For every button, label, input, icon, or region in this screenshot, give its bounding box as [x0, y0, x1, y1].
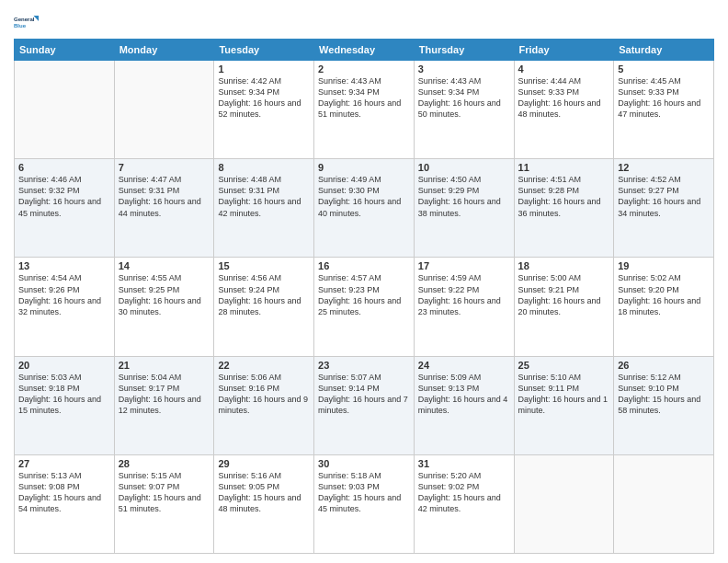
day-info: Sunrise: 4:59 AM Sunset: 9:22 PM Dayligh… [418, 272, 510, 317]
col-header-sunday: Sunday [15, 40, 115, 61]
day-number: 30 [318, 458, 410, 469]
calendar-cell: 7Sunrise: 4:47 AM Sunset: 9:31 PM Daylig… [114, 159, 214, 258]
day-number: 1 [218, 63, 310, 75]
day-info: Sunrise: 4:43 AM Sunset: 9:34 PM Dayligh… [318, 75, 410, 121]
day-number: 29 [218, 458, 310, 469]
calendar-cell: 19Sunrise: 5:02 AM Sunset: 9:20 PM Dayli… [614, 258, 714, 356]
col-header-wednesday: Wednesday [314, 40, 415, 61]
col-header-tuesday: Tuesday [214, 40, 314, 61]
day-info: Sunrise: 4:43 AM Sunset: 9:34 PM Dayligh… [418, 75, 510, 121]
day-info: Sunrise: 5:09 AM Sunset: 9:13 PM Dayligh… [418, 372, 510, 417]
day-number: 21 [119, 360, 210, 371]
day-number: 4 [518, 63, 610, 75]
day-number: 6 [18, 162, 110, 173]
logo: GeneralBlue [14, 9, 40, 35]
calendar-cell: 16Sunrise: 4:57 AM Sunset: 9:23 PM Dayli… [314, 258, 415, 356]
calendar-cell: 21Sunrise: 5:04 AM Sunset: 9:17 PM Dayli… [114, 356, 214, 454]
day-info: Sunrise: 4:45 AM Sunset: 9:33 PM Dayligh… [618, 75, 710, 121]
day-info: Sunrise: 5:00 AM Sunset: 9:21 PM Dayligh… [518, 272, 610, 317]
calendar-cell [514, 454, 614, 553]
svg-text:General: General [14, 17, 35, 22]
day-number: 9 [318, 162, 410, 173]
day-number: 13 [18, 260, 110, 271]
day-info: Sunrise: 4:46 AM Sunset: 9:32 PM Dayligh… [18, 174, 110, 219]
col-header-thursday: Thursday [414, 40, 514, 61]
day-number: 31 [418, 458, 510, 469]
day-number: 11 [518, 162, 610, 173]
day-number: 25 [518, 360, 610, 371]
calendar-cell: 2Sunrise: 4:43 AM Sunset: 9:34 PM Daylig… [314, 61, 415, 159]
calendar-cell: 18Sunrise: 5:00 AM Sunset: 9:21 PM Dayli… [514, 258, 614, 356]
calendar-cell: 9Sunrise: 4:49 AM Sunset: 9:30 PM Daylig… [314, 159, 415, 258]
day-number: 20 [18, 360, 110, 371]
calendar-cell: 29Sunrise: 5:16 AM Sunset: 9:05 PM Dayli… [214, 454, 314, 553]
calendar-cell: 10Sunrise: 4:50 AM Sunset: 9:29 PM Dayli… [414, 159, 514, 258]
day-info: Sunrise: 5:03 AM Sunset: 9:18 PM Dayligh… [18, 372, 110, 417]
day-number: 16 [318, 260, 410, 271]
calendar-cell: 15Sunrise: 4:56 AM Sunset: 9:24 PM Dayli… [214, 258, 314, 356]
day-info: Sunrise: 5:13 AM Sunset: 9:08 PM Dayligh… [18, 470, 110, 515]
calendar-cell: 26Sunrise: 5:12 AM Sunset: 9:10 PM Dayli… [614, 356, 714, 454]
calendar-cell: 24Sunrise: 5:09 AM Sunset: 9:13 PM Dayli… [414, 356, 514, 454]
day-info: Sunrise: 4:52 AM Sunset: 9:27 PM Dayligh… [618, 174, 710, 219]
day-number: 28 [119, 458, 210, 469]
day-info: Sunrise: 4:48 AM Sunset: 9:31 PM Dayligh… [218, 174, 310, 219]
calendar-cell: 1Sunrise: 4:42 AM Sunset: 9:34 PM Daylig… [214, 61, 314, 159]
day-info: Sunrise: 4:57 AM Sunset: 9:23 PM Dayligh… [318, 272, 410, 317]
calendar-cell: 25Sunrise: 5:10 AM Sunset: 9:11 PM Dayli… [514, 356, 614, 454]
calendar-cell: 28Sunrise: 5:15 AM Sunset: 9:07 PM Dayli… [114, 454, 214, 553]
logo-icon: GeneralBlue [14, 9, 40, 35]
day-number: 3 [418, 63, 510, 75]
header: GeneralBlue [14, 9, 714, 35]
day-number: 22 [218, 360, 310, 371]
day-number: 7 [119, 162, 210, 173]
calendar-header-row: SundayMondayTuesdayWednesdayThursdayFrid… [15, 40, 714, 61]
day-info: Sunrise: 4:44 AM Sunset: 9:33 PM Dayligh… [518, 75, 610, 121]
calendar-cell: 17Sunrise: 4:59 AM Sunset: 9:22 PM Dayli… [414, 258, 514, 356]
col-header-monday: Monday [114, 40, 214, 61]
calendar-week-row: 20Sunrise: 5:03 AM Sunset: 9:18 PM Dayli… [15, 356, 714, 454]
calendar-cell: 23Sunrise: 5:07 AM Sunset: 9:14 PM Dayli… [314, 356, 415, 454]
day-info: Sunrise: 5:18 AM Sunset: 9:03 PM Dayligh… [318, 470, 410, 515]
day-number: 17 [418, 260, 510, 271]
calendar-cell: 14Sunrise: 4:55 AM Sunset: 9:25 PM Dayli… [114, 258, 214, 356]
day-info: Sunrise: 4:50 AM Sunset: 9:29 PM Dayligh… [418, 174, 510, 219]
day-info: Sunrise: 4:51 AM Sunset: 9:28 PM Dayligh… [518, 174, 610, 219]
calendar-cell: 13Sunrise: 4:54 AM Sunset: 9:26 PM Dayli… [15, 258, 115, 356]
day-info: Sunrise: 5:06 AM Sunset: 9:16 PM Dayligh… [218, 372, 310, 417]
col-header-friday: Friday [514, 40, 614, 61]
day-number: 24 [418, 360, 510, 371]
calendar-week-row: 6Sunrise: 4:46 AM Sunset: 9:32 PM Daylig… [15, 159, 714, 258]
day-info: Sunrise: 5:16 AM Sunset: 9:05 PM Dayligh… [218, 470, 310, 515]
day-info: Sunrise: 4:42 AM Sunset: 9:34 PM Dayligh… [218, 75, 310, 121]
calendar-cell [614, 454, 714, 553]
day-number: 26 [618, 360, 710, 371]
calendar-cell: 12Sunrise: 4:52 AM Sunset: 9:27 PM Dayli… [614, 159, 714, 258]
day-info: Sunrise: 5:12 AM Sunset: 9:10 PM Dayligh… [618, 372, 710, 417]
calendar-week-row: 27Sunrise: 5:13 AM Sunset: 9:08 PM Dayli… [15, 454, 714, 553]
day-info: Sunrise: 5:15 AM Sunset: 9:07 PM Dayligh… [119, 470, 210, 515]
calendar-cell: 6Sunrise: 4:46 AM Sunset: 9:32 PM Daylig… [15, 159, 115, 258]
calendar-table: SundayMondayTuesdayWednesdayThursdayFrid… [14, 39, 714, 554]
calendar-cell [114, 61, 214, 159]
day-number: 14 [119, 260, 210, 271]
day-info: Sunrise: 4:56 AM Sunset: 9:24 PM Dayligh… [218, 272, 310, 317]
calendar-cell [15, 61, 115, 159]
calendar-week-row: 1Sunrise: 4:42 AM Sunset: 9:34 PM Daylig… [15, 61, 714, 159]
day-number: 12 [618, 162, 710, 173]
calendar-cell: 5Sunrise: 4:45 AM Sunset: 9:33 PM Daylig… [614, 61, 714, 159]
page: GeneralBlue SundayMondayTuesdayWednesday… [0, 0, 728, 563]
day-number: 23 [318, 360, 410, 371]
day-info: Sunrise: 4:54 AM Sunset: 9:26 PM Dayligh… [18, 272, 110, 317]
day-info: Sunrise: 5:10 AM Sunset: 9:11 PM Dayligh… [518, 372, 610, 417]
col-header-saturday: Saturday [614, 40, 714, 61]
day-info: Sunrise: 4:55 AM Sunset: 9:25 PM Dayligh… [119, 272, 210, 317]
calendar-cell: 30Sunrise: 5:18 AM Sunset: 9:03 PM Dayli… [314, 454, 415, 553]
day-number: 10 [418, 162, 510, 173]
calendar-cell: 31Sunrise: 5:20 AM Sunset: 9:02 PM Dayli… [414, 454, 514, 553]
calendar-cell: 4Sunrise: 4:44 AM Sunset: 9:33 PM Daylig… [514, 61, 614, 159]
calendar-cell: 8Sunrise: 4:48 AM Sunset: 9:31 PM Daylig… [214, 159, 314, 258]
calendar-cell: 20Sunrise: 5:03 AM Sunset: 9:18 PM Dayli… [15, 356, 115, 454]
day-number: 5 [618, 63, 710, 75]
day-info: Sunrise: 5:07 AM Sunset: 9:14 PM Dayligh… [318, 372, 410, 417]
